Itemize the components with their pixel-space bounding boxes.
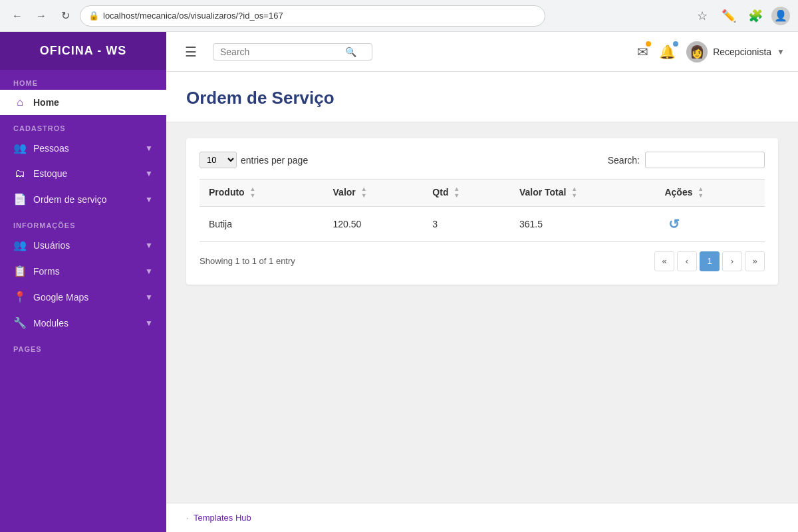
templates-hub-link[interactable]: Templates Hub — [194, 513, 251, 523]
content-body: 10 25 50 100 entries per page Search: — [166, 122, 798, 503]
sidebar-item-arrow-pessoas: ▼ — [145, 144, 153, 153]
mail-icon: ✉ — [637, 45, 648, 59]
sidebar-item-label-pessoas: Pessoas — [33, 143, 138, 154]
mail-badge — [646, 41, 651, 47]
sidebar-item-arrow-ordem-servico: ▼ — [145, 195, 153, 204]
data-table: Produto ▲▼ Valor ▲▼ Qtd ▲▼ — [200, 179, 765, 242]
sort-icons-valor: ▲▼ — [361, 186, 367, 200]
table-card: 10 25 50 100 entries per page Search: — [186, 138, 778, 285]
user-name: Recepcionista — [713, 47, 771, 57]
table-header: Produto ▲▼ Valor ▲▼ Qtd ▲▼ — [200, 180, 765, 207]
reload-button[interactable]: ↻ — [56, 7, 74, 25]
footer-dot: · — [186, 513, 189, 523]
sidebar-item-forms[interactable]: 📋Forms▼ — [0, 258, 166, 284]
pagination: « ‹ 1 › » — [654, 251, 765, 271]
sidebar-item-label-google-maps: Google Maps — [33, 292, 138, 303]
entries-per-page: 10 25 50 100 entries per page — [200, 152, 308, 168]
bell-icon: 🔔 — [659, 45, 676, 59]
table-footer: Showing 1 to 1 of 1 entry « ‹ 1 › » — [200, 251, 765, 271]
usuarios-icon: 👥 — [13, 239, 27, 251]
pessoas-icon: 👥 — [13, 142, 27, 154]
table-search-input[interactable] — [645, 152, 765, 168]
sidebar-brand: OFICINA - WS — [0, 32, 166, 70]
entries-label: entries per page — [241, 155, 308, 166]
sidebar: OFICINA - WS HOME⌂HomeCADASTROS👥Pessoas▼… — [0, 32, 166, 532]
home-icon: ⌂ — [13, 96, 27, 108]
sidebar-section-cadastros: CADASTROS — [0, 115, 166, 135]
page-title: Ordem de Serviço — [186, 88, 778, 108]
col-qtd[interactable]: Qtd ▲▼ — [423, 180, 510, 207]
cell-valor-total: 361.5 — [510, 206, 656, 241]
sidebar-item-google-maps[interactable]: 📍Google Maps▼ — [0, 284, 166, 310]
sidebar-item-arrow-modules: ▼ — [145, 319, 153, 328]
sidebar-item-label-forms: Forms — [33, 266, 138, 277]
user-chevron-icon: ▼ — [777, 47, 785, 57]
sidebar-item-pessoas[interactable]: 👥Pessoas▼ — [0, 135, 166, 161]
table-row: Butija 120.50 3 361.5 ↺ — [200, 206, 765, 241]
sort-icons-qtd: ▲▼ — [454, 186, 460, 200]
modules-icon: 🔧 — [13, 317, 27, 329]
extensions-button[interactable]: ✏️ — [718, 5, 739, 27]
url-text: localhost/mecanica/os/visualizaros/?id_o… — [103, 11, 283, 21]
notification-badge — [673, 41, 678, 47]
page-footer: · Templates Hub — [166, 503, 798, 532]
topnav-search-input[interactable] — [220, 47, 340, 57]
topnav: ☰ 🔍 ✉ 🔔 👩 Recepcionista ▼ — [166, 32, 798, 72]
notification-button[interactable]: 🔔 — [659, 44, 676, 60]
sidebar-section-informações: INFORMAÇÕES — [0, 212, 166, 232]
pagination-last[interactable]: » — [745, 251, 765, 271]
forward-button[interactable]: → — [32, 7, 51, 25]
forms-icon: 📋 — [13, 265, 27, 277]
sidebar-item-usuarios[interactable]: 👥Usuários▼ — [0, 232, 166, 258]
mail-button[interactable]: ✉ — [637, 44, 648, 60]
content-header: Ordem de Serviço — [166, 72, 798, 122]
sort-icons-valor-total: ▲▼ — [571, 186, 577, 200]
sidebar-item-label-ordem-servico: Ordem de serviço — [33, 194, 138, 205]
bookmark-button[interactable]: ☆ — [692, 5, 713, 27]
col-acoes[interactable]: Ações ▲▼ — [655, 180, 765, 207]
pagination-page-1[interactable]: 1 — [700, 251, 720, 271]
cell-valor: 120.50 — [324, 206, 424, 241]
menu-toggle-button[interactable]: ☰ — [180, 41, 202, 63]
refresh-action-button[interactable]: ↺ — [664, 215, 684, 233]
pagination-next[interactable]: › — [722, 251, 742, 271]
table-controls: 10 25 50 100 entries per page Search: — [200, 152, 765, 168]
profile-button[interactable]: 🧩 — [745, 5, 766, 27]
pagination-prev[interactable]: ‹ — [677, 251, 697, 271]
app-wrapper: OFICINA - WS HOME⌂HomeCADASTROS👥Pessoas▼… — [0, 32, 798, 532]
topnav-search-box[interactable]: 🔍 — [213, 43, 372, 61]
sidebar-section-pages: PAGES — [0, 336, 166, 356]
pagination-first[interactable]: « — [654, 251, 674, 271]
browser-avatar: 👤 — [771, 7, 790, 25]
browser-actions: ☆ ✏️ 🧩 👤 — [692, 5, 790, 27]
sidebar-item-label-home: Home — [33, 97, 153, 108]
ordem-servico-icon: 📄 — [13, 193, 27, 205]
sidebar-item-estoque[interactable]: 🗂Estoque▼ — [0, 161, 166, 186]
main-content: Ordem de Serviço 10 25 50 100 ent — [166, 72, 798, 532]
user-avatar: 👩 — [686, 41, 708, 63]
entries-select[interactable]: 10 25 50 100 — [200, 152, 237, 168]
sort-icons-produto: ▲▼ — [250, 186, 256, 200]
sidebar-item-label-estoque: Estoque — [33, 168, 138, 179]
lock-icon: 🔒 — [88, 11, 99, 21]
col-produto[interactable]: Produto ▲▼ — [200, 180, 324, 207]
google-maps-icon: 📍 — [13, 291, 27, 303]
sidebar-section-home: HOME — [0, 70, 166, 90]
col-valor[interactable]: Valor ▲▼ — [324, 180, 424, 207]
url-bar[interactable]: 🔒 localhost/mecanica/os/visualizaros/?id… — [80, 5, 545, 27]
sidebar-item-ordem-servico[interactable]: 📄Ordem de serviço▼ — [0, 186, 166, 212]
sidebar-item-arrow-forms: ▼ — [145, 267, 153, 276]
browser-chrome: ← → ↻ 🔒 localhost/mecanica/os/visualizar… — [0, 0, 798, 32]
sidebar-item-home[interactable]: ⌂Home — [0, 90, 166, 115]
sidebar-item-arrow-google-maps: ▼ — [145, 293, 153, 302]
col-valor-total[interactable]: Valor Total ▲▼ — [510, 180, 656, 207]
back-button[interactable]: ← — [8, 7, 27, 25]
sidebar-item-modules[interactable]: 🔧Modules▼ — [0, 310, 166, 336]
user-menu[interactable]: 👩 Recepcionista ▼ — [686, 41, 785, 63]
topnav-right: ✉ 🔔 👩 Recepcionista ▼ — [637, 41, 785, 63]
sidebar-item-arrow-usuarios: ▼ — [145, 241, 153, 250]
search-icon: 🔍 — [345, 47, 356, 57]
cell-acoes: ↺ — [655, 206, 765, 241]
cell-produto: Butija — [200, 206, 324, 241]
sidebar-item-label-modules: Modules — [33, 318, 138, 329]
